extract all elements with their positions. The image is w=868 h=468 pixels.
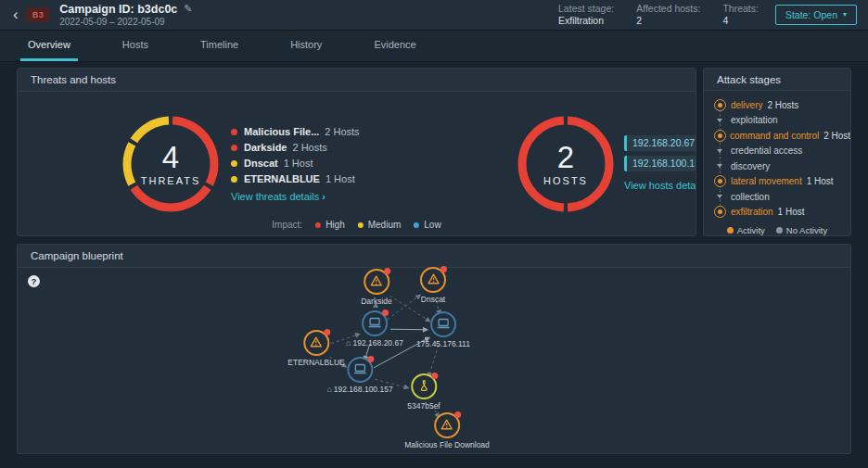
- warning-icon: [370, 273, 382, 290]
- stat-value: 4: [722, 15, 759, 27]
- graph-node-label: ⌂ 192.168.100.157: [326, 385, 392, 394]
- stage-name: command and control: [730, 131, 819, 141]
- graph-node-dnscat[interactable]: Dnscat: [420, 267, 446, 304]
- stage-host-count: 2 Hosts: [823, 131, 851, 141]
- back-button[interactable]: ‹: [11, 6, 24, 24]
- flask-icon: [418, 378, 429, 395]
- top-header: ‹ B3 Campaign ID: b3dc0c ✎ 2022-05-09 – …: [0, 0, 868, 31]
- laptop-icon: [353, 361, 366, 378]
- content-area: Threats and hosts 4 THREATS Malicious Fi…: [0, 62, 868, 454]
- stage-host-count: 1 Host: [778, 207, 805, 217]
- help-icon[interactable]: ?: [28, 275, 40, 287]
- graph-node-label: ⌂ 192.168.20.67: [346, 338, 403, 348]
- activity-dot-icon: [714, 130, 726, 142]
- home-icon: ⌂: [346, 338, 351, 348]
- chevron-down-icon: ▾: [843, 11, 847, 19]
- header-stat: Affected hosts: 2: [636, 3, 700, 27]
- activity-dot-icon: [714, 99, 726, 111]
- hosts-donut-chart[interactable]: 2 HOSTS: [517, 115, 615, 213]
- tab-hosts[interactable]: Hosts: [115, 31, 156, 61]
- graph-node-label: 5347b5ef: [407, 401, 440, 411]
- campaign-blueprint-body: ? Darkside: [18, 268, 850, 453]
- stage-name: collection: [731, 192, 770, 202]
- attack-stage-row[interactable]: exploitation: [713, 113, 841, 129]
- warning-icon: [310, 335, 322, 351]
- graph-node-host100[interactable]: ⌂ 192.168.100.157: [326, 357, 392, 394]
- no-activity-marker-icon: [717, 195, 722, 198]
- activity-legend: Activity No Activity: [713, 225, 841, 235]
- impact-legend-label: Impact:: [272, 220, 302, 230]
- stat-value: Exfiltration: [558, 15, 614, 27]
- stage-name: discovery: [731, 161, 770, 171]
- graph-node-darkside[interactable]: Darkside: [361, 269, 392, 306]
- hosts-donut-svg: [517, 115, 615, 213]
- page-title: Campaign ID: b3dc0c: [59, 3, 177, 16]
- attack-stages-panel: Attack stages delivery 2 Hosts exploitat…: [703, 68, 851, 236]
- tab-timeline[interactable]: Timeline: [193, 31, 246, 61]
- threat-name: ETERNALBLUE: [244, 173, 320, 184]
- graph-node-label: Malicious File Download: [404, 440, 490, 449]
- graph-node-flask[interactable]: 5347b5ef: [407, 373, 440, 411]
- view-hosts-details-link[interactable]: View hosts details ›: [624, 180, 696, 191]
- activity-legend-item: No Activity: [776, 225, 827, 235]
- no-activity-marker-icon: [717, 164, 722, 168]
- alert-dot: [440, 266, 447, 272]
- threat-name: Malicious File...: [244, 126, 319, 137]
- header-stats: Latest stage: Exfiltration Affected host…: [558, 3, 759, 27]
- stage-name: lateral movement: [731, 176, 802, 186]
- impact-legend-item: High: [315, 220, 345, 230]
- host-ip-chip[interactable]: 192.168.20.67: [624, 135, 696, 151]
- threat-name: Dnscat: [244, 158, 278, 169]
- campaign-date-range: 2022-05-09 – 2022-05-09: [59, 17, 192, 28]
- attack-stage-row[interactable]: collection: [713, 189, 841, 205]
- home-icon: ⌂: [326, 385, 331, 394]
- attack-stage-row[interactable]: exfiltration 1 Host: [713, 205, 841, 221]
- alert-dot: [367, 356, 374, 362]
- alert-dot: [324, 329, 330, 335]
- attack-stage-row[interactable]: command and control 2 Hosts: [713, 128, 841, 144]
- threat-host-count: 2 Hosts: [292, 142, 326, 153]
- threat-legend-item: Darkside 2 Hosts: [231, 140, 381, 156]
- host-ip-chip[interactable]: 192.168.100.157: [624, 156, 696, 171]
- attack-stage-row[interactable]: delivery 2 Hosts: [713, 97, 841, 113]
- tab-evidence[interactable]: Evidence: [366, 31, 423, 61]
- edit-icon[interactable]: ✎: [184, 3, 192, 15]
- impact-legend-item: Medium: [358, 220, 402, 230]
- impact-color-dot: [231, 160, 237, 167]
- hosts-list: 192.168.20.67192.168.100.157 View hosts …: [624, 135, 696, 193]
- warning-icon: [441, 417, 453, 434]
- alert-dot: [454, 411, 461, 418]
- legend-color-dot: [727, 227, 734, 234]
- link-arrow-icon: ›: [322, 191, 326, 202]
- tab-bar: OverviewHostsTimelineHistoryEvidence: [0, 31, 868, 62]
- stat-value: 2: [636, 15, 700, 27]
- threats-panel-title: Threats and hosts: [18, 69, 696, 92]
- threat-host-count: 1 Host: [284, 158, 313, 169]
- tab-history[interactable]: History: [283, 31, 329, 61]
- state-dropdown[interactable]: State: Open ▾: [775, 5, 857, 25]
- attack-stage-row[interactable]: credential access: [713, 144, 841, 159]
- campaign-overview-page: ‹ B3 Campaign ID: b3dc0c ✎ 2022-05-09 – …: [0, 0, 868, 468]
- no-activity-marker-icon: [717, 119, 722, 122]
- activity-dot-icon: [714, 175, 726, 187]
- graph-node-host20[interactable]: ⌂ 192.168.20.67: [346, 310, 403, 348]
- tab-overview[interactable]: Overview: [20, 31, 78, 61]
- graph-node-host175[interactable]: 175.45.176.111: [416, 311, 470, 348]
- impact-legend: Impact: High Medium Low: [272, 220, 440, 230]
- stage-host-count: 1 Host: [807, 176, 834, 186]
- threats-donut-chart[interactable]: 4 THREATS: [121, 115, 220, 213]
- no-activity-marker-icon: [717, 149, 722, 153]
- header-stat: Threats: 4: [722, 3, 759, 27]
- threats-legend: Malicious File... 2 Hosts Darkside 2 Hos…: [231, 124, 381, 204]
- graph-node-malicious[interactable]: Malicious File Download: [404, 412, 490, 449]
- laptop-icon: [368, 315, 381, 332]
- impact-color-dot: [231, 145, 237, 151]
- attack-stage-row[interactable]: discovery: [713, 158, 841, 174]
- impact-color-dot: [358, 222, 364, 228]
- stage-name: credential access: [731, 145, 802, 156]
- attack-stages-body: delivery 2 Hosts exploitation command an…: [704, 91, 850, 235]
- header-stat: Latest stage: Exfiltration: [558, 3, 614, 27]
- view-threats-details-link[interactable]: View threats details ›: [231, 191, 326, 202]
- alert-dot: [382, 310, 389, 316]
- attack-stage-row[interactable]: lateral movement 1 Host: [713, 174, 841, 190]
